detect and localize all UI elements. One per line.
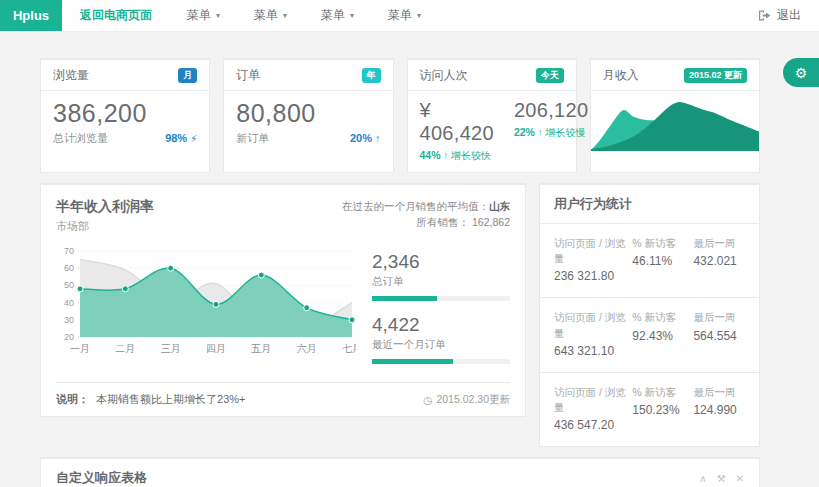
pages-value: 436 547.20 <box>554 418 626 432</box>
orders-period-badge: 年 <box>362 68 381 83</box>
last-week-value: 564.554 <box>693 329 745 343</box>
last-week-label: 最后一周 <box>693 385 745 400</box>
visits-stat-card: 访问人次 今天 ¥ 406,420 44% ↑ 增长较快 206,120 22% <box>407 58 577 173</box>
nav-menu-4[interactable]: 菜单 ▾ <box>371 0 438 31</box>
nav-menu-3[interactable]: 菜单 ▾ <box>304 0 371 31</box>
svg-text:六月: 六月 <box>297 343 317 354</box>
last-week-label: 最后一周 <box>693 236 745 251</box>
behavior-row: 访问页面 / 浏览量 436 547.20 % 新访客 150.23% 最后一周… <box>540 373 759 446</box>
gear-icon: ⚙ <box>795 65 808 81</box>
revenue-side-stats: 2,346 总订单 4,422 最近一个月订单 <box>356 243 510 377</box>
views-card-body: 386,200 总计浏览量 98% ⚡ <box>41 91 209 155</box>
chevron-down-icon: ▾ <box>216 11 220 20</box>
nav-menu-label: 菜单 <box>388 7 412 24</box>
svg-text:二月: 二月 <box>115 343 135 354</box>
nav-menu-label: 菜单 <box>254 7 278 24</box>
table-card-header: 自定义响应表格 ∧ ⚒ ✕ <box>41 459 759 487</box>
all-sales-label: 所有销售： <box>417 216 470 228</box>
orders-value: 80,800 <box>236 99 380 128</box>
total-orders-value: 2,346 <box>372 251 510 273</box>
revenue-updated-text: 2015.02.30更新 <box>436 393 510 407</box>
revenue-card-title: 半年收入利润率 <box>56 198 154 216</box>
last-week-value: 432.021 <box>693 254 745 268</box>
svg-text:60: 60 <box>64 263 74 273</box>
month-orders-progress-bar <box>372 359 453 364</box>
revenue-header-left: 半年收入利润率 市场部 <box>56 198 154 234</box>
total-orders-progress <box>372 296 510 301</box>
nav-menu-2[interactable]: 菜单 ▾ <box>237 0 304 31</box>
behavior-cell-last-week: 最后一周 564.554 <box>693 310 745 357</box>
sign-out-icon <box>758 10 771 21</box>
visits-left-note-text: 增长较快 <box>451 150 491 161</box>
visits-left-stat: 44% <box>420 149 441 161</box>
revenue-card-header: 半年收入利润率 市场部 在过去的一个月销售的平均值：山东 所有销售： 162,8… <box>56 198 510 234</box>
visits-right-note-text: 增长较慢 <box>545 127 585 138</box>
revenue-note-text: 本期销售额比上期增长了23%+ <box>96 393 245 405</box>
income-card-body <box>591 91 759 151</box>
views-value: 386,200 <box>53 99 197 128</box>
svg-text:三月: 三月 <box>161 343 181 354</box>
nav-menu-1[interactable]: 菜单 ▾ <box>170 0 237 31</box>
nav-menu-label: 菜单 <box>321 7 345 24</box>
orders-stat-card: 订单 年 80,800 新订单 20% ↑ <box>223 58 393 173</box>
pages-value: 643 321.10 <box>554 344 626 358</box>
behavior-cell-new-visitors: % 新访客 92.43% <box>632 310 693 357</box>
behavior-cell-pages: 访问页面 / 浏览量 236 321.80 <box>554 236 632 283</box>
behavior-cell-last-week: 最后一周 124.990 <box>693 385 745 432</box>
average-sales-line: 在过去的一个月销售的平均值：山东 <box>342 198 510 214</box>
new-visitors-label: % 新访客 <box>632 236 693 251</box>
table-card-tools: ∧ ⚒ ✕ <box>699 473 744 484</box>
orders-stat-value: 20% <box>350 132 372 144</box>
all-sales-line: 所有销售： 162,862 <box>342 214 510 230</box>
wrench-icon[interactable]: ⚒ <box>717 473 726 484</box>
behavior-cell-last-week: 最后一周 432.021 <box>693 236 745 283</box>
svg-text:七月: 七月 <box>342 343 356 354</box>
behavior-cell-pages: 访问页面 / 浏览量 436 547.20 <box>554 385 632 432</box>
average-sales-label: 在过去的一个月销售的平均值： <box>342 200 489 212</box>
income-update-badge: 2015.02 更新 <box>684 68 747 83</box>
clock-icon: ◷ <box>423 394 432 406</box>
orders-sub-label: 新订单 <box>236 131 269 146</box>
views-stat-value: 98% <box>165 132 187 144</box>
views-stat: 98% ⚡ <box>165 132 197 144</box>
pages-value: 236 321.80 <box>554 269 626 283</box>
views-period-badge: 月 <box>178 68 197 83</box>
chevron-down-icon: ▾ <box>417 11 421 20</box>
half-year-revenue-card: 半年收入利润率 市场部 在过去的一个月销售的平均值：山东 所有销售： 162,8… <box>40 183 526 417</box>
new-visitors-value: 92.43% <box>632 329 693 343</box>
pages-label: 访问页面 / 浏览量 <box>554 310 626 340</box>
average-sales-value: 山东 <box>489 200 510 212</box>
logout-label: 退出 <box>777 7 801 24</box>
close-icon[interactable]: ✕ <box>736 473 744 484</box>
half-year-revenue-area-chart[interactable]: 203040506070一月二月三月四月五月六月七月 <box>56 243 356 355</box>
new-visitors-label: % 新访客 <box>632 385 693 400</box>
svg-text:五月: 五月 <box>251 343 271 354</box>
svg-text:一月: 一月 <box>70 343 90 354</box>
brand-logo[interactable]: Hplus <box>0 0 62 31</box>
month-orders-value: 4,422 <box>372 314 510 336</box>
logout-button[interactable]: 退出 <box>740 0 819 31</box>
behavior-row: 访问页面 / 浏览量 236 321.80 % 新访客 46.11% 最后一周 … <box>540 224 759 298</box>
visits-card-body: ¥ 406,420 44% ↑ 增长较快 206,120 22% ↑ 增长较慢 <box>408 91 576 172</box>
income-stat-card: 月收入 2015.02 更新 <box>590 58 760 173</box>
back-to-shop-link[interactable]: 返回电商页面 <box>62 0 170 31</box>
svg-text:40: 40 <box>64 298 74 308</box>
theme-settings-button[interactable]: ⚙ <box>783 58 819 87</box>
svg-text:50: 50 <box>64 280 74 290</box>
visits-right-col: 206,120 22% ↑ 增长较慢 <box>514 99 588 163</box>
income-title: 月收入 <box>603 67 639 84</box>
revenue-note: 说明： 本期销售额比上期增长了23%+ <box>56 392 246 407</box>
orders-title: 订单 <box>236 67 260 84</box>
user-behavior-card: 用户行为统计 访问页面 / 浏览量 236 321.80 % 新访客 46.11… <box>539 183 760 447</box>
collapse-icon[interactable]: ∧ <box>699 473 706 484</box>
behavior-row: 访问页面 / 浏览量 643 321.10 % 新访客 92.43% 最后一周 … <box>540 298 759 372</box>
orders-card-header: 订单 年 <box>224 60 392 91</box>
visits-card-header: 访问人次 今天 <box>408 60 576 91</box>
views-stat-card: 浏览量 月 386,200 总计浏览量 98% ⚡ <box>40 58 210 173</box>
chevron-down-icon: ▾ <box>350 11 354 20</box>
revenue-note-label: 说明： <box>56 393 89 405</box>
visits-amount: ¥ 406,420 <box>420 99 494 145</box>
stats-row: 浏览量 月 386,200 总计浏览量 98% ⚡ 订单 年 80 <box>40 58 760 173</box>
user-behavior-title: 用户行为统计 <box>540 185 759 224</box>
level-up-icon: ↑ <box>538 127 543 138</box>
